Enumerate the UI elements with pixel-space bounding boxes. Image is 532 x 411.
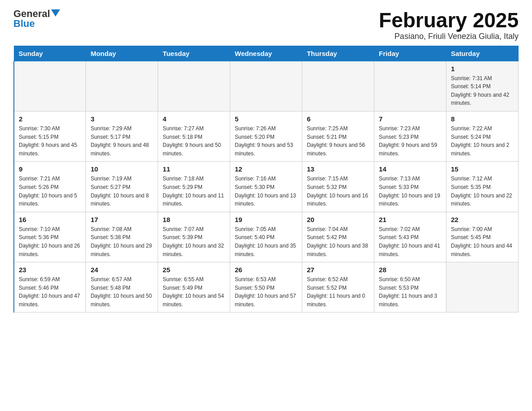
col-sunday: Sunday	[14, 46, 86, 61]
calendar-day-cell: 10Sunrise: 7:19 AMSunset: 5:27 PMDayligh…	[86, 162, 158, 212]
col-monday: Monday	[86, 46, 158, 61]
calendar-day-cell: 2Sunrise: 7:30 AMSunset: 5:15 PMDaylight…	[14, 111, 86, 161]
day-info: Sunrise: 7:15 AMSunset: 5:32 PMDaylight:…	[307, 175, 369, 208]
day-info: Sunrise: 6:55 AMSunset: 5:49 PMDaylight:…	[163, 275, 225, 308]
calendar-week-row: 16Sunrise: 7:10 AMSunset: 5:36 PMDayligh…	[14, 212, 519, 262]
col-tuesday: Tuesday	[158, 46, 230, 61]
logo-text-blue: Blue	[13, 19, 35, 29]
day-number: 9	[19, 165, 81, 173]
day-info: Sunrise: 7:07 AMSunset: 5:39 PMDaylight:…	[163, 225, 225, 258]
day-number: 25	[163, 266, 225, 274]
location-subtitle: Pasiano, Friuli Venezia Giulia, Italy	[379, 32, 519, 41]
calendar-day-cell: 4Sunrise: 7:27 AMSunset: 5:18 PMDaylight…	[158, 111, 230, 161]
day-number: 22	[451, 216, 514, 223]
calendar-week-row: 1Sunrise: 7:31 AMSunset: 5:14 PMDaylight…	[14, 61, 519, 111]
day-number: 13	[307, 165, 369, 173]
calendar-day-cell	[230, 61, 302, 111]
calendar-day-cell: 24Sunrise: 6:57 AMSunset: 5:48 PMDayligh…	[86, 262, 158, 313]
calendar-day-cell: 11Sunrise: 7:18 AMSunset: 5:29 PMDayligh…	[158, 162, 230, 212]
day-number: 7	[379, 115, 442, 123]
day-info: Sunrise: 6:52 AMSunset: 5:52 PMDaylight:…	[307, 275, 369, 308]
day-info: Sunrise: 7:10 AMSunset: 5:36 PMDaylight:…	[19, 225, 81, 258]
col-friday: Friday	[374, 46, 446, 61]
day-number: 15	[451, 165, 514, 173]
calendar-day-cell: 19Sunrise: 7:05 AMSunset: 5:40 PMDayligh…	[230, 212, 302, 262]
day-number: 20	[307, 216, 369, 223]
calendar-day-cell: 8Sunrise: 7:22 AMSunset: 5:24 PMDaylight…	[446, 111, 519, 161]
day-info: Sunrise: 7:30 AMSunset: 5:15 PMDaylight:…	[19, 124, 81, 158]
calendar-day-cell: 27Sunrise: 6:52 AMSunset: 5:52 PMDayligh…	[302, 262, 374, 313]
calendar-day-cell: 22Sunrise: 7:00 AMSunset: 5:45 PMDayligh…	[446, 212, 519, 262]
day-info: Sunrise: 7:12 AMSunset: 5:35 PMDaylight:…	[451, 175, 514, 208]
calendar-header-row: Sunday Monday Tuesday Wednesday Thursday…	[14, 46, 519, 61]
day-info: Sunrise: 7:23 AMSunset: 5:23 PMDaylight:…	[379, 124, 442, 158]
calendar-day-cell: 28Sunrise: 6:50 AMSunset: 5:53 PMDayligh…	[374, 262, 446, 313]
calendar-day-cell: 14Sunrise: 7:13 AMSunset: 5:33 PMDayligh…	[374, 162, 446, 212]
day-info: Sunrise: 7:00 AMSunset: 5:45 PMDaylight:…	[451, 225, 514, 258]
calendar-day-cell: 18Sunrise: 7:07 AMSunset: 5:39 PMDayligh…	[158, 212, 230, 262]
title-area: February 2025 Pasiano, Friuli Venezia Gi…	[379, 9, 519, 41]
day-number: 23	[19, 266, 81, 274]
day-number: 19	[235, 216, 297, 223]
day-info: Sunrise: 6:59 AMSunset: 5:46 PMDaylight:…	[19, 275, 81, 308]
day-info: Sunrise: 7:02 AMSunset: 5:43 PMDaylight:…	[379, 225, 442, 258]
day-number: 1	[451, 65, 514, 73]
calendar-day-cell	[374, 61, 446, 111]
calendar-day-cell: 6Sunrise: 7:25 AMSunset: 5:21 PMDaylight…	[302, 111, 374, 161]
day-info: Sunrise: 7:13 AMSunset: 5:33 PMDaylight:…	[379, 175, 442, 208]
day-number: 5	[235, 115, 297, 123]
calendar-day-cell	[302, 61, 374, 111]
calendar-week-row: 2Sunrise: 7:30 AMSunset: 5:15 PMDaylight…	[14, 111, 519, 161]
day-number: 2	[19, 115, 81, 123]
day-number: 27	[307, 266, 369, 274]
day-info: Sunrise: 7:31 AMSunset: 5:14 PMDaylight:…	[451, 74, 514, 107]
day-info: Sunrise: 6:50 AMSunset: 5:53 PMDaylight:…	[379, 275, 442, 308]
logo-triangle-icon	[51, 9, 60, 17]
day-info: Sunrise: 7:08 AMSunset: 5:38 PMDaylight:…	[90, 225, 153, 258]
calendar-day-cell: 21Sunrise: 7:02 AMSunset: 5:43 PMDayligh…	[374, 212, 446, 262]
day-number: 8	[451, 115, 514, 123]
day-info: Sunrise: 7:05 AMSunset: 5:40 PMDaylight:…	[235, 225, 297, 258]
col-wednesday: Wednesday	[230, 46, 302, 61]
page-header: General Blue February 2025 Pasiano, Friu…	[13, 9, 519, 41]
calendar-day-cell	[86, 61, 158, 111]
col-thursday: Thursday	[302, 46, 374, 61]
day-number: 24	[90, 266, 153, 274]
day-info: Sunrise: 7:25 AMSunset: 5:21 PMDaylight:…	[307, 124, 369, 158]
calendar-day-cell	[446, 262, 519, 313]
col-saturday: Saturday	[446, 46, 519, 61]
logo: General Blue	[13, 9, 60, 29]
day-number: 18	[163, 216, 225, 223]
calendar-day-cell: 15Sunrise: 7:12 AMSunset: 5:35 PMDayligh…	[446, 162, 519, 212]
day-info: Sunrise: 7:21 AMSunset: 5:26 PMDaylight:…	[19, 175, 81, 208]
calendar-day-cell: 12Sunrise: 7:16 AMSunset: 5:30 PMDayligh…	[230, 162, 302, 212]
day-info: Sunrise: 6:53 AMSunset: 5:50 PMDaylight:…	[235, 275, 297, 308]
day-info: Sunrise: 6:57 AMSunset: 5:48 PMDaylight:…	[90, 275, 153, 308]
calendar-day-cell	[158, 61, 230, 111]
calendar-day-cell: 5Sunrise: 7:26 AMSunset: 5:20 PMDaylight…	[230, 111, 302, 161]
day-number: 10	[90, 165, 153, 173]
day-number: 4	[163, 115, 225, 123]
day-number: 21	[379, 216, 442, 223]
calendar-day-cell: 17Sunrise: 7:08 AMSunset: 5:38 PMDayligh…	[86, 212, 158, 262]
day-number: 11	[163, 165, 225, 173]
calendar-day-cell: 26Sunrise: 6:53 AMSunset: 5:50 PMDayligh…	[230, 262, 302, 313]
calendar-week-row: 23Sunrise: 6:59 AMSunset: 5:46 PMDayligh…	[14, 262, 519, 313]
day-number: 16	[19, 216, 81, 223]
day-info: Sunrise: 7:26 AMSunset: 5:20 PMDaylight:…	[235, 124, 297, 158]
calendar-day-cell: 7Sunrise: 7:23 AMSunset: 5:23 PMDaylight…	[374, 111, 446, 161]
day-info: Sunrise: 7:16 AMSunset: 5:30 PMDaylight:…	[235, 175, 297, 208]
calendar-day-cell: 25Sunrise: 6:55 AMSunset: 5:49 PMDayligh…	[158, 262, 230, 313]
day-number: 26	[235, 266, 297, 274]
day-info: Sunrise: 7:22 AMSunset: 5:24 PMDaylight:…	[451, 124, 514, 158]
month-year-title: February 2025	[379, 9, 519, 32]
calendar-day-cell: 20Sunrise: 7:04 AMSunset: 5:42 PMDayligh…	[302, 212, 374, 262]
day-number: 14	[379, 165, 442, 173]
calendar-day-cell: 16Sunrise: 7:10 AMSunset: 5:36 PMDayligh…	[14, 212, 86, 262]
day-info: Sunrise: 7:29 AMSunset: 5:17 PMDaylight:…	[90, 124, 153, 158]
day-info: Sunrise: 7:27 AMSunset: 5:18 PMDaylight:…	[163, 124, 225, 158]
day-number: 12	[235, 165, 297, 173]
logo-text-general: General	[13, 9, 50, 19]
calendar-table: Sunday Monday Tuesday Wednesday Thursday…	[13, 46, 519, 313]
day-number: 6	[307, 115, 369, 123]
